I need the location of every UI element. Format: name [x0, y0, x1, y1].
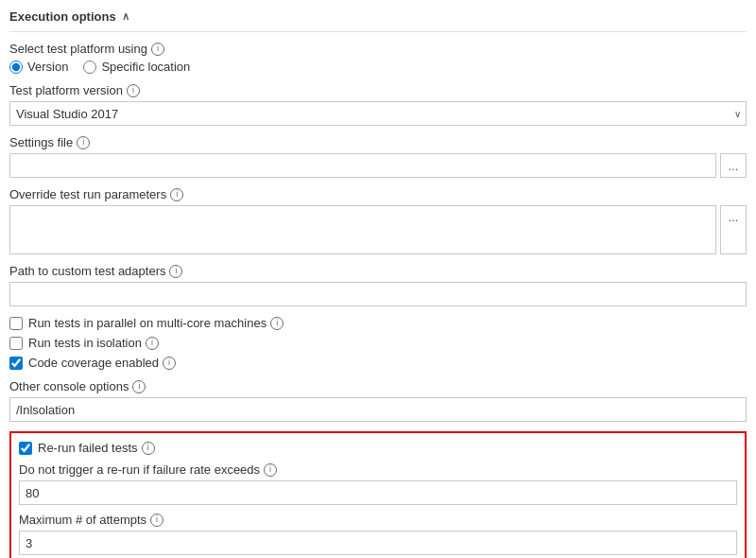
- failure-rate-group: Do not trigger a re-run if failure rate …: [19, 462, 737, 505]
- settings-file-label: Settings file i: [9, 135, 747, 149]
- settings-file-info-icon[interactable]: i: [77, 136, 90, 149]
- settings-file-input-row: ...: [9, 153, 747, 178]
- max-attempts-input[interactable]: [19, 531, 737, 555]
- max-attempts-label: Maximum # of attempts i: [19, 513, 737, 527]
- custom-adapters-input[interactable]: [9, 282, 747, 306]
- test-platform-version-label: Test platform version i: [9, 83, 747, 97]
- other-console-options-info-icon[interactable]: i: [132, 380, 146, 393]
- run-parallel-checkbox[interactable]: Run tests in parallel on multi-core mach…: [9, 316, 747, 330]
- rerun-failed-checkbox[interactable]: Re-run failed tests i: [19, 441, 737, 455]
- custom-adapters-group: Path to custom test adapters i: [9, 264, 747, 306]
- select-test-platform-label: Select test platform using i: [9, 42, 747, 56]
- rerun-failed-info-icon[interactable]: i: [142, 442, 155, 455]
- other-console-options-group: Other console options i: [9, 379, 747, 422]
- max-attempts-group: Maximum # of attempts i: [19, 513, 737, 555]
- checkboxes-group: Run tests in parallel on multi-core mach…: [9, 316, 747, 370]
- max-attempts-info-icon[interactable]: i: [150, 514, 163, 527]
- override-params-info-icon[interactable]: i: [170, 188, 183, 201]
- run-isolation-info-icon[interactable]: i: [146, 337, 159, 350]
- rerun-failed-group: Re-run failed tests i: [19, 441, 737, 455]
- failure-rate-info-icon[interactable]: i: [264, 463, 277, 477]
- test-platform-version-group: Test platform version i Visual Studio 20…: [9, 83, 747, 126]
- override-params-input[interactable]: [9, 205, 716, 254]
- select-test-platform-info-icon[interactable]: i: [151, 43, 164, 56]
- other-console-options-label: Other console options i: [9, 379, 747, 393]
- code-coverage-info-icon[interactable]: i: [163, 357, 176, 370]
- override-params-label: Override test run parameters i: [9, 187, 747, 201]
- settings-file-input[interactable]: [9, 153, 716, 178]
- override-params-input-row: ...: [9, 205, 747, 254]
- section-title: Execution options: [9, 9, 116, 24]
- select-test-platform-group: Select test platform using i Version Spe…: [9, 42, 747, 74]
- failure-rate-label: Do not trigger a re-run if failure rate …: [19, 462, 737, 477]
- rerun-section: Re-run failed tests i Do not trigger a r…: [9, 431, 747, 558]
- custom-adapters-info-icon[interactable]: i: [169, 265, 182, 278]
- run-parallel-info-icon[interactable]: i: [270, 317, 284, 330]
- test-platform-radio-group: Version Specific location: [9, 60, 747, 74]
- code-coverage-checkbox[interactable]: Code coverage enabled i: [9, 356, 747, 370]
- settings-file-group: Settings file i ...: [9, 135, 747, 178]
- settings-file-browse-button[interactable]: ...: [720, 153, 747, 178]
- test-platform-version-select-wrapper: Visual Studio 2017 Visual Studio 2019 Vi…: [9, 101, 747, 126]
- specific-location-radio[interactable]: Specific location: [83, 60, 190, 74]
- override-params-browse-button[interactable]: ...: [720, 205, 747, 254]
- custom-adapters-label: Path to custom test adapters i: [9, 264, 747, 278]
- failure-rate-input[interactable]: [19, 480, 737, 505]
- collapse-icon[interactable]: ∧: [122, 10, 129, 23]
- execution-options-section: Execution options ∧ Select test platform…: [9, 9, 747, 558]
- test-platform-version-select[interactable]: Visual Studio 2017 Visual Studio 2019 Vi…: [9, 101, 747, 126]
- override-params-group: Override test run parameters i ...: [9, 187, 747, 254]
- section-header: Execution options ∧: [9, 9, 747, 32]
- run-isolation-checkbox[interactable]: Run tests in isolation i: [9, 336, 747, 350]
- other-console-options-input[interactable]: [9, 397, 747, 422]
- version-radio[interactable]: Version: [9, 60, 68, 74]
- test-platform-version-info-icon[interactable]: i: [127, 84, 140, 97]
